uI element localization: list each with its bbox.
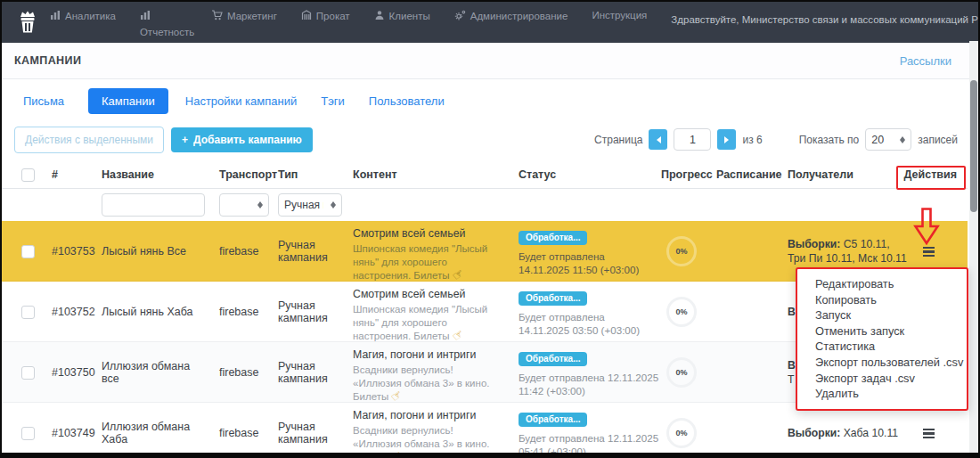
status-badge: Обработка... [519,231,587,245]
cart-icon [211,10,223,22]
campaign-transport: firebase [212,282,271,343]
progress-ring: 0% [666,418,697,448]
tab-tags[interactable]: Тэги [321,94,345,108]
row-checkbox[interactable] [21,245,35,258]
campaign-status: Обработка... Будет отправлена 14.11.2025… [511,282,654,343]
bar-chart-icon [140,10,151,22]
campaign-schedule [709,221,780,282]
menu-item-edit[interactable]: Редактировать [797,276,967,292]
tab-campaign-settings[interactable]: Настройки кампаний [185,94,297,108]
menu-item-launch[interactable]: Запуск [797,307,967,323]
user-greeting: Здравствуйте, Министерство связи и массо… [671,14,978,25]
column-id: # [45,168,94,181]
top-navigation-bar: Аналитика Отчетность Маркетинг Прокат Кл [2,2,978,43]
column-status: Статус [511,168,654,181]
column-recipients: Получатели [780,168,893,181]
progress-ring: 0% [666,357,697,388]
campaign-name: Иллюзия обмана все [94,342,212,404]
row-checkbox[interactable] [21,306,35,319]
column-progress: Прогресс [654,168,709,181]
type-filter-select[interactable]: Ручная к [278,193,342,217]
pagination: Страница из 6 Показать по 20 записей [594,128,958,151]
pointer-hand-icon[interactable]: ☞ [450,327,467,344]
campaign-schedule [709,342,780,404]
nav-item-clients[interactable]: Клиенты [374,10,430,22]
chevron-right-icon [724,136,732,143]
progress-ring: 0% [666,236,697,266]
next-page-button[interactable] [717,129,736,150]
show-per-label: Показать по [799,134,860,146]
column-transport: Транспорт [212,168,271,181]
campaign-content: Смотрим всей семьей Шпионская комедия "Л… [346,282,511,343]
nav-item-administration[interactable]: Администрирование [454,10,568,22]
page-label: Страница [594,134,642,146]
name-filter-input[interactable] [102,193,205,217]
campaign-type: Ручная кампания [271,221,346,282]
campaign-id: #103753 [45,221,94,282]
campaign-status: Обработка... Будет отправлена 12.11.2025… [511,403,654,453]
campaign-content: Магия, погони и интриги Всадники вернули… [346,342,511,404]
chevron-left-icon [653,136,661,143]
vertical-scrollbar-track[interactable] [969,41,978,453]
nav-item-label: Прокат [316,11,350,21]
bulk-actions-button[interactable]: Действия с выделенными [14,127,164,153]
row-actions-menu-icon[interactable] [923,247,935,257]
pointer-hand-icon[interactable]: ☞ [450,266,467,283]
column-type: Тип [271,168,346,181]
nav-item-analytics[interactable]: Аналитика [50,10,116,22]
nav-item-marketing[interactable]: Маркетинг [211,10,277,22]
select-arrows-icon [331,199,336,211]
prev-page-button[interactable] [649,129,667,150]
building-icon [301,10,312,22]
vertical-scrollbar-thumb[interactable] [970,80,977,212]
campaign-name: Лысый нянь Хаба [94,282,212,343]
page-title: КАМПАНИИ [14,54,81,67]
nav-item-rental[interactable]: Прокат [301,10,350,22]
nav-item-label: Администрирование [470,11,568,21]
app-window: Аналитика Отчетность Маркетинг Прокат Кл [2,2,978,453]
campaign-content: Смотрим всей семьей Шпионская комедия "Л… [346,221,511,282]
campaign-status: Обработка... Будет отправлена 14.11.2025… [511,221,654,282]
nav-item-instruction[interactable]: Инструкция [592,10,647,20]
add-campaign-button[interactable]: + Добавить кампанию [171,127,313,152]
select-arrows-icon [900,134,905,146]
brand-logo-icon[interactable] [18,10,37,37]
tab-letters[interactable]: Письма [23,94,64,108]
tab-users[interactable]: Пользователи [369,94,445,108]
column-schedule: Расписание [709,168,780,181]
nav-item-label: Отчетность [140,27,194,37]
campaign-id: #103749 [45,403,94,453]
select-arrows-icon [257,199,263,211]
row-checkbox[interactable] [21,366,35,380]
page-total-label: из 6 [742,134,762,146]
campaign-content: Магия, погони и интриги Всадники вернули… [346,403,511,453]
menu-item-statistics[interactable]: Статистика [797,339,967,355]
toolbar: Действия с выделенными + Добавить кампан… [14,126,958,153]
campaign-type: Ручная кампания [271,403,346,453]
nav-item-label: Клиенты [389,11,430,21]
select-all-checkbox[interactable] [21,168,35,182]
menu-item-copy[interactable]: Копировать [797,292,967,308]
screenshot-frame: Аналитика Отчетность Маркетинг Прокат Кл [0,0,980,458]
column-content: Контент [346,168,511,181]
campaign-name: Лысый нянь Все [94,221,212,282]
pointer-hand-icon[interactable]: ☞ [388,388,405,405]
nav-item-reporting[interactable]: Отчетность [140,10,199,37]
campaign-transport: firebase [212,221,271,282]
row-checkbox[interactable] [21,427,35,440]
menu-item-delete[interactable]: Удалить [797,386,967,402]
menu-item-export-users-csv[interactable]: Экспорт пользователей .csv [797,355,967,371]
gears-icon [454,10,466,22]
menu-item-export-tasks-csv[interactable]: Экспорт задач .csv [797,371,967,387]
bar-chart-icon [50,10,61,22]
table-header-row: # Название Транспорт Тип Контент Статус … [2,161,968,189]
transport-filter-select[interactable] [219,193,269,217]
tab-campaigns[interactable]: Кампании [88,88,168,114]
page-size-select[interactable]: 20 [865,128,911,151]
mailings-link[interactable]: Рассылки [900,54,951,68]
row-actions-context-menu: Редактировать Копировать Запуск Отменить… [796,267,968,411]
row-actions-menu-icon[interactable] [923,429,935,438]
nav-item-label: Инструкция [592,10,647,20]
menu-item-cancel-launch[interactable]: Отменить запуск [797,323,967,339]
page-number-input[interactable] [674,128,711,151]
